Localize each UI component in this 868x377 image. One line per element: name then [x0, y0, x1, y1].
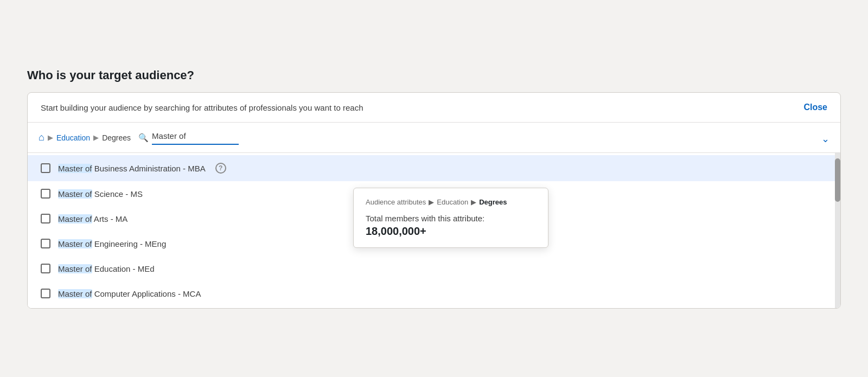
- card-header-text: Start building your audience by searchin…: [41, 103, 363, 112]
- list-items: Master of Business Administration - MBA …: [28, 153, 840, 308]
- tooltip-breadcrumb: Audience attributes ▶ Education ▶ Degree…: [366, 198, 536, 206]
- checkbox-ms[interactable]: [41, 189, 50, 199]
- list-item[interactable]: Master of Education - MEd: [28, 256, 840, 281]
- tooltip-bc-end: Degrees: [479, 198, 507, 206]
- dropdown-arrow-icon[interactable]: ⌄: [821, 133, 829, 150]
- search-input[interactable]: [152, 130, 239, 145]
- breadcrumb-row: ⌂ ▶ Education ▶ Degrees 🔍 ⌄: [28, 123, 840, 153]
- checkbox-meng[interactable]: [41, 239, 50, 248]
- item-label-mca: Master of Computer Applications - MCA: [58, 289, 201, 298]
- tooltip-bc-arrow-2: ▶: [471, 198, 476, 206]
- list-area: Master of Business Administration - MBA …: [28, 153, 840, 308]
- breadcrumb-arrow-1: ▶: [48, 133, 53, 142]
- tooltip-members-label: Total members with this attribute:: [366, 214, 536, 223]
- tooltip-popup: Audience attributes ▶ Education ▶ Degree…: [353, 188, 548, 248]
- tooltip-bc-middle: Education: [437, 198, 468, 206]
- item-label-meng: Master of Engineering - MEng: [58, 239, 166, 248]
- breadcrumb-degrees: Degrees: [102, 133, 131, 142]
- breadcrumb-education-link[interactable]: Education: [56, 133, 90, 142]
- close-button[interactable]: Close: [803, 103, 827, 112]
- item-label-ms: Master of Science - MS: [58, 189, 143, 199]
- home-icon[interactable]: ⌂: [39, 132, 44, 143]
- list-item[interactable]: Master of Business Administration - MBA …: [28, 155, 840, 181]
- item-label-med: Master of Education - MEd: [58, 264, 155, 273]
- tooltip-members-count: 18,000,000+: [366, 225, 536, 238]
- checkbox-ma[interactable]: [41, 214, 50, 223]
- info-icon-mba[interactable]: ?: [215, 163, 226, 174]
- audience-card: Start building your audience by searchin…: [27, 92, 841, 309]
- card-header: Start building your audience by searchin…: [28, 93, 840, 123]
- scrollbar-thumb[interactable]: [835, 158, 840, 202]
- list-item[interactable]: Master of Computer Applications - MCA: [28, 281, 840, 306]
- tooltip-bc-prefix: Audience attributes: [366, 198, 426, 206]
- item-label-ma: Master of Arts - MA: [58, 214, 127, 223]
- tooltip-bc-arrow-1: ▶: [429, 198, 434, 206]
- page-title: Who is your target audience?: [27, 68, 841, 82]
- search-icon: 🔍: [138, 133, 149, 143]
- scrollbar-track[interactable]: [835, 153, 840, 308]
- breadcrumb-arrow-2: ▶: [93, 133, 99, 142]
- checkbox-mca[interactable]: [41, 289, 50, 298]
- checkbox-mba[interactable]: [41, 163, 50, 173]
- item-label-mba: Master of Business Administration - MBA: [58, 164, 206, 173]
- search-area: 🔍: [138, 130, 239, 145]
- checkbox-med[interactable]: [41, 264, 50, 273]
